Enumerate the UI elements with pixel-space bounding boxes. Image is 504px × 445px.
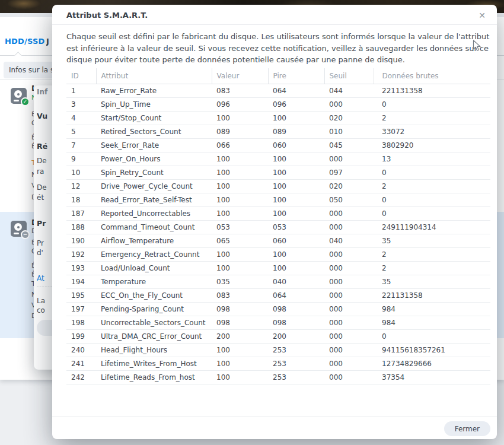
table-cell: 045 [324, 138, 374, 152]
table-cell: 253 [268, 370, 324, 384]
table-cell: Reported_Uncorrectables [96, 206, 212, 220]
table-cell: 098 [268, 302, 324, 316]
table-cell: 100 [212, 166, 268, 179]
column-header: Seuil [324, 68, 374, 84]
table-cell: 064 [268, 288, 324, 302]
table-cell: 12 [66, 179, 96, 193]
table-cell: Retired_Sectors_Count [96, 125, 212, 138]
table-cell: 096 [268, 97, 324, 111]
table-cell: 0 [374, 206, 490, 220]
table-cell: 94115618357261 [374, 343, 490, 357]
table-cell: 100 [212, 261, 268, 275]
smart-attribute-table: IDAttributValeurPireSeuilDonnées brutes … [66, 68, 490, 384]
table-cell: 188 [66, 220, 96, 234]
table-cell: Start/Stop_Count [96, 111, 212, 125]
table-cell: Head_Flight_Hours [96, 343, 212, 357]
table-cell: 195 [66, 288, 96, 302]
table-cell: 35 [374, 234, 490, 247]
table-cell: 000 [324, 316, 374, 329]
screen: HDD/SSD J Infos sur la sa ✓ − DNECÉÉTNVD… [0, 0, 504, 445]
table-row: 187Reported_Uncorrectables1001000000 [66, 206, 490, 220]
table-row: 12Drive_Power_Cycle_Count1001000202 [66, 179, 490, 193]
table-cell: Raw_Error_Rate [96, 84, 212, 97]
table-cell: Airflow_Temperature [96, 234, 212, 247]
table-cell: 253 [268, 343, 324, 357]
table-row: 10Spin_Retry_Count1001000970 [66, 166, 490, 179]
table-row: 1Raw_Error_Rate083064044221131358 [66, 84, 490, 97]
table-cell: 221131358 [374, 84, 490, 97]
table-cell: 000 [324, 152, 374, 166]
table-cell: 187 [66, 206, 96, 220]
table-row: 193Load/Unload_Count1001000002 [66, 261, 490, 275]
tab-hdd-ssd[interactable]: HDD/SSD [5, 37, 45, 46]
table-cell: 3802920 [374, 138, 490, 152]
table-cell: 100 [212, 357, 268, 370]
table-cell: 240 [66, 343, 96, 357]
table-row: 7Seek_Error_Rate0660600453802920 [66, 138, 490, 152]
table-cell: 100 [212, 370, 268, 384]
table-cell: 984 [374, 316, 490, 329]
table-cell: Emergency_Retract_Counnt [96, 247, 212, 261]
table-cell: Lifetime_Reads_From_host [96, 370, 212, 384]
table-cell: Spin_Retry_Count [96, 166, 212, 179]
table-cell: 066 [212, 138, 268, 152]
table-cell: 2 [374, 261, 490, 275]
table-cell: Temperature [96, 275, 212, 288]
table-row: 242Lifetime_Reads_From_host1002530003735… [66, 370, 490, 384]
table-row: 192Emergency_Retract_Counnt1001000002 [66, 247, 490, 261]
status-ok-icon: ✓ [21, 97, 30, 106]
column-header: Attribut [96, 68, 212, 84]
table-cell: 197 [66, 302, 96, 316]
table-cell: 000 [324, 97, 374, 111]
table-cell: 2 [374, 247, 490, 261]
table-cell: 100 [268, 247, 324, 261]
table-row: 190Airflow_Temperature06506004035 [66, 234, 490, 247]
table-cell: 9 [66, 152, 96, 166]
table-cell: 3 [66, 97, 96, 111]
table-cell: 0 [374, 193, 490, 206]
table-cell: 053 [212, 220, 268, 234]
table-cell: 060 [268, 234, 324, 247]
table-cell: 5 [66, 125, 96, 138]
table-row: 194Temperature03504000035 [66, 275, 490, 288]
table-cell: 33072 [374, 125, 490, 138]
table-row: 5Retired_Sectors_Count08908901033072 [66, 125, 490, 138]
table-cell: Command_Timeout_Count [96, 220, 212, 234]
column-header: ID [66, 68, 96, 84]
table-cell: 4 [66, 111, 96, 125]
table-body: 1Raw_Error_Rate0830640442211313583Spin_U… [66, 84, 490, 384]
table-cell: 000 [324, 261, 374, 275]
table-cell: Seek_Error_Rate [96, 138, 212, 152]
table-cell: 089 [212, 125, 268, 138]
table-cell: 020 [324, 179, 374, 193]
table-cell: 221131358 [374, 288, 490, 302]
table-row: 9Power_On_Hours10010000013 [66, 152, 490, 166]
column-header: Données brutes [374, 68, 490, 84]
table-cell: 000 [324, 220, 374, 234]
table-cell: 0 [374, 97, 490, 111]
table-row: 195ECC_On_the_Fly_Count08306400022113135… [66, 288, 490, 302]
table-row: 240Head_Flight_Hours10025300094115618357… [66, 343, 490, 357]
table-cell: 010 [324, 125, 374, 138]
table-cell: Lifetime_Writes_From_Host [96, 357, 212, 370]
close-icon[interactable]: ✕ [476, 9, 488, 21]
table-cell: 193 [66, 261, 96, 275]
fermer-button[interactable]: Fermer [444, 421, 490, 436]
table-cell: Power_On_Hours [96, 152, 212, 166]
table-cell: Read_Error_Rate_Self-Test [96, 193, 212, 206]
table-cell: 000 [324, 288, 374, 302]
table-cell: Drive_Power_Cycle_Count [96, 179, 212, 193]
table-cell: 083 [212, 84, 268, 97]
table-cell: 000 [324, 275, 374, 288]
smart-description-text: Chaque seuil est défini par le fabricant… [66, 31, 490, 66]
table-cell: 083 [212, 288, 268, 302]
table-cell: Spin_Up_Time [96, 97, 212, 111]
table-cell: 241 [66, 357, 96, 370]
health-info-section-button[interactable]: Infos sur la sa [4, 62, 58, 78]
table-cell: 100 [212, 247, 268, 261]
table-cell: 053 [268, 220, 324, 234]
table-cell: 12734829666 [374, 357, 490, 370]
table-header-row: IDAttributValeurPireSeuilDonnées brutes [66, 68, 490, 84]
table-cell: 100 [268, 166, 324, 179]
dialog-footer: Fermer [52, 417, 497, 439]
